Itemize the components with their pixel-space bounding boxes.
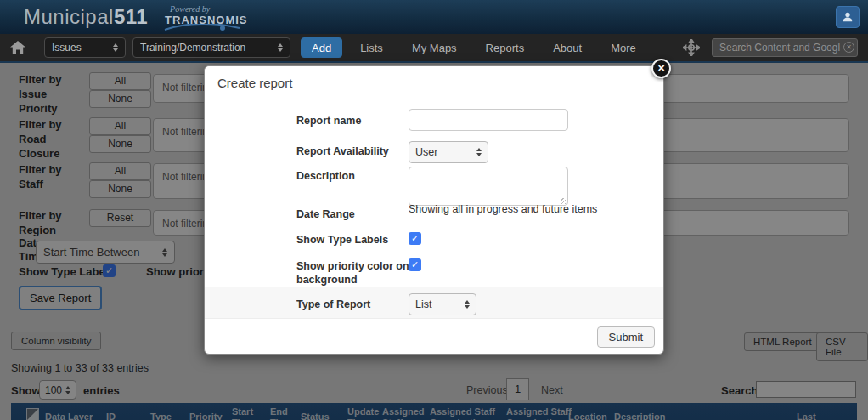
availability-select[interactable]: User <box>409 141 488 163</box>
modal-show-type-labels-checkbox[interactable]: ✓ <box>409 232 421 245</box>
layer-select-value: Issues <box>52 42 106 54</box>
add-button[interactable]: Add <box>301 37 342 58</box>
modal-show-priority-checkbox[interactable]: ✓ <box>409 258 421 271</box>
person-icon <box>842 11 854 23</box>
powered-by-text: Powered by <box>170 4 247 14</box>
select-arrows-icon <box>278 43 283 52</box>
date-range-value: Showing all in progress and future items <box>409 203 597 215</box>
nav-link-about[interactable]: About <box>542 42 593 54</box>
description-textarea[interactable] <box>409 167 568 206</box>
type-of-report-value: List <box>415 298 456 310</box>
type-of-report-label: Type of Report <box>296 298 370 311</box>
type-of-report-select[interactable]: List <box>409 293 476 315</box>
availability-label: Report Availability <box>296 145 389 158</box>
layer-select[interactable]: Issues <box>44 37 126 58</box>
global-search: ✕ <box>712 38 858 57</box>
clear-search-icon[interactable]: ✕ <box>843 42 854 53</box>
map-select-value: Training/Demonstration <box>140 42 271 54</box>
page: Municipal511 Powered by TRANSNOMIS Issue… <box>0 0 868 420</box>
home-icon[interactable] <box>10 41 25 54</box>
select-arrows-icon <box>113 43 118 52</box>
map-select[interactable]: Training/Demonstration <box>132 37 290 58</box>
submit-button[interactable]: Submit <box>597 326 655 348</box>
modal-show-type-labels-label: Show Type Labels <box>296 233 388 247</box>
create-report-modal: Create report ✕ Report name Report Avail… <box>204 65 664 355</box>
nav-link-more[interactable]: More <box>600 42 647 54</box>
close-icon[interactable]: ✕ <box>651 59 671 78</box>
select-arrows-icon <box>476 148 482 156</box>
nav-link-reports[interactable]: Reports <box>475 42 536 54</box>
report-name-label: Report name <box>296 114 361 128</box>
locate-crosshair-icon[interactable] <box>683 39 700 56</box>
nav-link-lists[interactable]: Lists <box>349 42 394 54</box>
modal-show-priority-label: Show priority color on background <box>296 259 426 287</box>
select-arrows-icon <box>465 300 470 309</box>
powered-by-block: Powered by TRANSNOMIS <box>165 4 247 26</box>
date-range-label: Date Range <box>296 207 355 221</box>
transnomis-logo: TRANSNOMIS <box>165 14 247 26</box>
transnomis-swoosh-icon <box>163 24 241 32</box>
modal-header: Create report <box>205 66 663 99</box>
availability-value: User <box>415 146 468 158</box>
brand-logo: Municipal511 <box>24 5 148 29</box>
main-navbar: Issues Training/Demonstration Add Lists … <box>0 34 868 63</box>
user-account-button[interactable] <box>836 6 860 28</box>
nav-link-my-maps[interactable]: My Maps <box>401 42 468 54</box>
report-name-input[interactable] <box>409 109 568 131</box>
modal-title: Create report <box>205 66 663 99</box>
brand-light: Municipal <box>24 5 114 28</box>
brand-bold: 511 <box>114 5 148 28</box>
navbar-right: ✕ <box>683 38 858 57</box>
description-label: Description <box>296 169 355 183</box>
brand-header: Municipal511 Powered by TRANSNOMIS <box>0 0 868 34</box>
global-search-input[interactable] <box>712 38 858 57</box>
